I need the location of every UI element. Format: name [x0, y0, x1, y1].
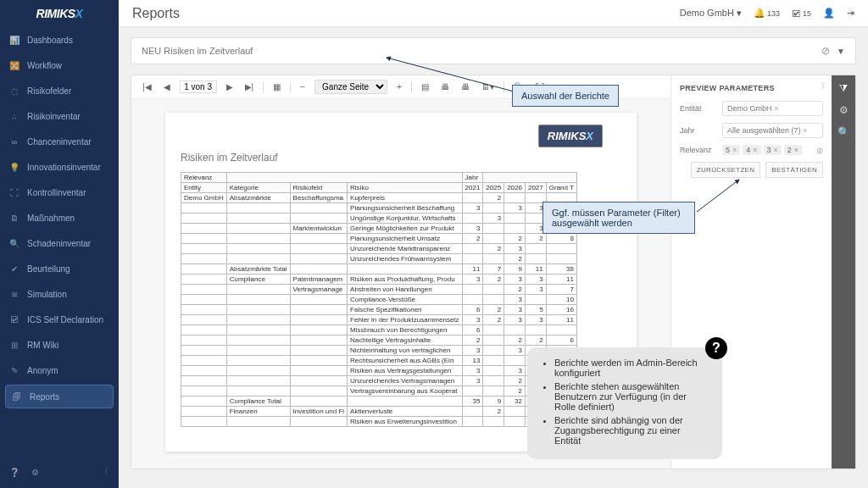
notifications-icon[interactable]: 🔔133 [754, 8, 780, 19]
table-row: Demo GmbHAbsatzmärkteBeschaffungsmaKupfe… [181, 193, 577, 203]
table-row: Absatzmärkte Total11791138 [181, 264, 577, 274]
sidebar-item-label: Anonym [27, 366, 58, 375]
report-viewer: |◀ ◀ ▶ ▶| ▦ − Ganze Seite + ▤ 🖶 🖶 🗎▾ 🔍 ⛶ [131, 75, 856, 469]
table-row: MarktentwicklunGeringe Möglichkeiten zur… [181, 224, 577, 234]
table-row: Vertragsvereinbarung aus Kooperat224 [181, 386, 577, 396]
help-question-icon: ? [705, 337, 727, 359]
tasks-icon[interactable]: 🗹15 [792, 8, 811, 19]
table-row: FinanzenInvestition und FiAktienverluste… [181, 407, 577, 417]
toggle-multipage-icon[interactable]: ▦ [270, 80, 283, 93]
sidebar-item-simulation[interactable]: ≋Simulation [0, 281, 119, 307]
relevanz-chip[interactable]: 4× [743, 145, 760, 155]
nav-icon: ∞ [8, 136, 20, 147]
nav-icon: 🔍 [8, 237, 20, 249]
zoom-in-icon[interactable]: + [394, 80, 404, 93]
find-icon[interactable]: 🔍 [837, 126, 850, 138]
collapse-sidebar-icon[interactable]: 〈 [98, 466, 110, 478]
sidebar-item-rm-wiki[interactable]: ⊞RM Wiki [0, 332, 119, 358]
sidebar-item-anonym[interactable]: ✎Anonym [0, 358, 119, 383]
header: Reports Demo GmbH ▾ 🔔133 🗹15 👤 ⇥ [119, 0, 868, 27]
nav-icon: 🔀 [8, 59, 20, 71]
brand-name: RIMIKS [36, 7, 75, 20]
clear-relevanz-icon[interactable]: ⊘ [816, 146, 823, 155]
sidebar-item-workflow[interactable]: 🔀Workflow [0, 53, 119, 78]
table-row: Unzureichendes Frühwarnsystem2 [181, 254, 577, 264]
collapse-panel-icon[interactable]: 〉 [821, 80, 829, 92]
param-entitaet-value[interactable]: Demo GmbH × [722, 101, 823, 116]
sidebar-item-reports[interactable]: 🗐Reports [5, 385, 114, 408]
table-row: Risiken aus Vertragsgestaltungen3339 [181, 366, 577, 376]
report-select-input[interactable] [142, 46, 821, 56]
nav-icon: 🗐 [11, 391, 23, 402]
report-logo: RIMIKSX [538, 125, 603, 147]
report-selector[interactable]: ⊘ ▼ [131, 37, 856, 64]
settings-icon[interactable]: ⚙ [839, 104, 849, 116]
zoom-select[interactable]: Ganze Seite [314, 80, 387, 94]
param-jahr-label: Jahr [680, 126, 717, 135]
relevanz-chip[interactable]: 2× [784, 145, 802, 155]
next-page-icon[interactable]: ▶ [224, 80, 236, 93]
clear-icon[interactable]: ⊘ [821, 45, 830, 57]
export-icon[interactable]: 🗎▾ [479, 80, 497, 93]
sidebar-item-risikoinventar[interactable]: ⛬Risikoinventar [0, 103, 119, 129]
report-title: Risiken im Zeitverlauf [181, 152, 621, 164]
sidebar-item-ics-self-declaration[interactable]: 🗹ICS Self Declaration [0, 307, 119, 332]
print-icon[interactable]: 🖶 [438, 80, 452, 93]
sidebar-footer: ❔ ⚙ 〈 [0, 461, 119, 483]
table-row: Risiken aus Erweiterungsinvestition [181, 417, 577, 427]
param-entitaet-label: Entität [680, 104, 717, 113]
prev-page-icon[interactable]: ◀ [161, 80, 173, 93]
last-page-icon[interactable]: ▶| [242, 80, 257, 93]
user-icon[interactable]: 👤 [823, 8, 835, 19]
report-table: RelevanzJahr EntityKategorieRisikofeldRi… [181, 172, 577, 427]
sidebar-item-label: ICS Self Declaration [27, 315, 103, 324]
sidebar-item-label: Dashboards [27, 36, 73, 45]
submit-button[interactable]: BESTÄTIGEN [765, 162, 823, 178]
gear-icon[interactable]: ⚙ [29, 466, 41, 478]
zoom-out-icon[interactable]: − [298, 80, 308, 93]
sidebar-item-innovationsinventar[interactable]: 💡Innovationsinventar [0, 154, 119, 180]
table-row: VertragsmanageAbstreiten von Handlungen2… [181, 285, 577, 295]
sidebar-item-maßnahmen[interactable]: 🗎Maßnahmen [0, 205, 119, 230]
nav-icon: 📊 [8, 34, 20, 46]
nav-icon: 🗎 [8, 212, 20, 224]
table-row: Compliance Total3593243119 [181, 396, 577, 407]
sidebar-item-label: Kontrollinventar [27, 188, 86, 197]
sidebar-item-label: Maßnahmen [27, 214, 75, 223]
nav-icon: ≋ [8, 288, 20, 300]
chevron-down-icon: ▾ [737, 8, 742, 18]
highlight-icon[interactable]: ▤ [419, 80, 431, 93]
sidebar-item-schadeninventar[interactable]: 🔍Schadeninventar [0, 230, 119, 256]
callout-parameters: Ggf. müssen Parameter (Filter) ausgewähl… [542, 202, 695, 234]
table-row: Planungsunsicherheit Umsatz2228 [181, 234, 577, 244]
content: ⊘ ▼ |◀ ◀ ▶ ▶| ▦ − Ganze Seite + ▤ 🖶 🖶 🗎▾ [119, 27, 868, 488]
sidebar-item-kontrollinventar[interactable]: ⛶Kontrollinventar [0, 180, 119, 205]
relevanz-chip[interactable]: 3× [764, 145, 782, 155]
dropdown-icon[interactable]: ▼ [837, 47, 845, 56]
nav-icon: ⛬ [8, 110, 20, 122]
relevanz-chip[interactable]: 5× [722, 145, 740, 155]
sidebar-item-dashboards[interactable]: 📊Dashboards [0, 27, 119, 53]
page-input[interactable] [180, 80, 217, 93]
entity-selector[interactable]: Demo GmbH ▾ [680, 8, 742, 19]
nav-icon: 🗹 [8, 313, 20, 325]
reset-button[interactable]: ZURÜCKSETZEN [691, 162, 761, 178]
sidebar-item-label: Risikofelder [27, 86, 71, 96]
table-row: Unzureichendes Vertragsmanagen3227 [181, 376, 577, 386]
table-row: Nachteilige Vertragsinhalte2226 [181, 336, 577, 346]
sidebar-item-risikofelder[interactable]: ◌Risikofelder [0, 78, 119, 103]
table-row: Missbrauch von Berechtigungen6 [181, 325, 577, 336]
logout-icon[interactable]: ⇥ [847, 8, 854, 19]
first-page-icon[interactable]: |◀ [140, 80, 154, 93]
sidebar-item-beurteilung[interactable]: ✔Beurteilung [0, 256, 119, 281]
sidebar-item-label: Simulation [27, 290, 67, 299]
sidebar-item-label: Workflow [27, 61, 62, 70]
nav-icon: 💡 [8, 161, 20, 173]
help-icon[interactable]: ❔ [8, 466, 20, 478]
print-page-icon[interactable]: 🖶 [459, 80, 472, 93]
sidebar-item-label: Schadeninventar [27, 239, 91, 248]
sidebar-item-chanceninventar[interactable]: ∞Chanceninventar [0, 129, 119, 154]
sidebar-item-label: Beurteilung [27, 264, 70, 274]
filter-icon[interactable]: ⧩ [839, 82, 848, 94]
param-jahr-value[interactable]: Alle ausgewählten (7) × [722, 123, 823, 138]
